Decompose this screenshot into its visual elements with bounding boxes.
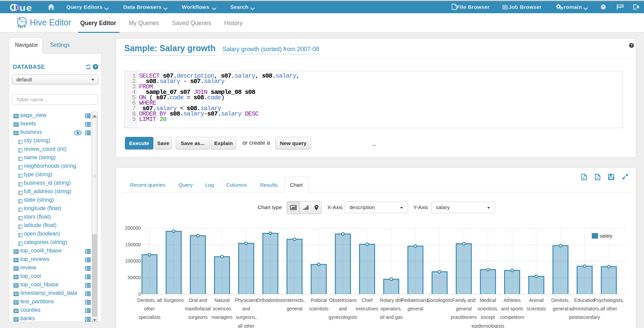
svg-text:?: ? bbox=[602, 5, 604, 9]
svg-text:epidemiologists: epidemiologists bbox=[472, 323, 505, 328]
svg-text:gynecologists: gynecologists bbox=[328, 314, 357, 320]
svg-text:executives: executives bbox=[356, 306, 378, 311]
svg-text:competitors: competitors bbox=[500, 314, 524, 320]
svg-text:Animal: Animal bbox=[529, 298, 544, 303]
svg-text:Surgeons: Surgeons bbox=[164, 298, 184, 303]
svg-text:Sociologists: Sociologists bbox=[427, 298, 452, 303]
svg-text:Oral and: Oral and bbox=[189, 298, 207, 303]
svg-text:scientists: scientists bbox=[309, 306, 329, 311]
svg-text:Physicians: Physicians bbox=[235, 298, 258, 303]
svg-text:surgeons: surgeons bbox=[188, 314, 208, 320]
svg-text:surgeons,: surgeons, bbox=[236, 314, 256, 320]
svg-text:operators,: operators, bbox=[381, 306, 402, 311]
svg-text:100000: 100000 bbox=[125, 258, 141, 264]
svg-text:except: except bbox=[481, 314, 495, 320]
svg-text:0: 0 bbox=[138, 291, 141, 297]
svg-text:Education: Education bbox=[574, 298, 595, 303]
svg-text:and sports: and sports bbox=[501, 306, 523, 311]
svg-text:Internists,: Internists, bbox=[284, 298, 305, 303]
svg-text:200000: 200000 bbox=[125, 225, 141, 231]
svg-text:administrators,: administrators, bbox=[569, 306, 600, 311]
svg-text:Natural: Natural bbox=[214, 298, 230, 303]
svg-text:Medical: Medical bbox=[480, 298, 496, 303]
svg-text:Orthodontists: Orthodontists bbox=[256, 298, 284, 303]
svg-text:Obstetricians: Obstetricians bbox=[329, 298, 357, 303]
svg-text:all other: all other bbox=[600, 306, 617, 311]
svg-text:other: other bbox=[144, 306, 155, 311]
svg-text:Family and: Family and bbox=[452, 298, 475, 303]
svg-text:50000: 50000 bbox=[128, 275, 141, 280]
svg-text:practitioners: practitioners bbox=[451, 314, 477, 320]
svg-text:salary: salary bbox=[600, 233, 612, 239]
svg-text:x: x bbox=[583, 176, 584, 180]
svg-text:and: and bbox=[242, 306, 250, 311]
svg-text:scientists,: scientists, bbox=[477, 306, 498, 311]
svg-text:maxillofacial: maxillofacial bbox=[185, 306, 211, 311]
svg-text:Rotary drill: Rotary drill bbox=[380, 298, 403, 303]
svg-text:150000: 150000 bbox=[125, 242, 141, 247]
svg-text:specialists: specialists bbox=[138, 314, 160, 320]
svg-text:oil and gas: oil and gas bbox=[380, 314, 403, 320]
svg-text:general: general bbox=[287, 306, 303, 311]
svg-text:sciences: sciences bbox=[213, 306, 231, 311]
svg-text:all other: all other bbox=[238, 323, 255, 328]
svg-text:Political: Political bbox=[310, 298, 327, 303]
svg-text:Psychologists,: Psychologists, bbox=[594, 298, 624, 303]
svg-text:and: and bbox=[339, 306, 347, 311]
svg-text:managers: managers bbox=[212, 314, 233, 320]
svg-text:general: general bbox=[456, 306, 472, 311]
svg-text:ue: ue bbox=[19, 4, 33, 11]
svg-text:Dentists,: Dentists, bbox=[551, 298, 570, 303]
svg-text:Athletes: Athletes bbox=[503, 298, 521, 303]
svg-text:Chief: Chief bbox=[362, 298, 373, 303]
svg-text:general: general bbox=[408, 306, 424, 311]
svg-text:?: ? bbox=[630, 44, 632, 47]
svg-text:postsecondary: postsecondary bbox=[569, 314, 600, 320]
svg-text:Pediatricians,: Pediatricians, bbox=[401, 298, 430, 303]
svg-text:?: ? bbox=[94, 65, 96, 69]
svg-text:scientists: scientists bbox=[527, 306, 546, 311]
svg-text:Dentists, all: Dentists, all bbox=[137, 298, 162, 303]
svg-text:general: general bbox=[553, 306, 568, 311]
